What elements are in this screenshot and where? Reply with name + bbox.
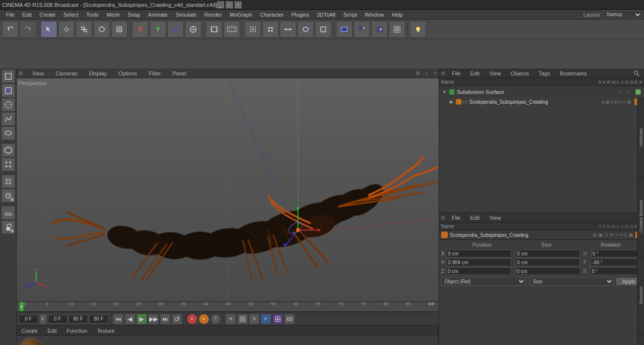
render-settings-button[interactable] [389,21,405,38]
coord-mode-select[interactable]: Object (Rel) World [441,277,526,286]
undo-button[interactable] [2,21,19,38]
rotation-h-input[interactable] [591,250,644,257]
menu-edit[interactable]: Edit [19,11,36,19]
mat-tab-texture[interactable]: Texture [94,327,117,335]
uv-mode-button[interactable] [315,21,332,38]
lt-floor-btn[interactable] [1,206,15,220]
vp-tab-view[interactable]: View [28,69,48,77]
z-axis-button[interactable]: Z [167,21,184,38]
side-label-attributes[interactable]: Attributes [638,98,644,177]
lt-lock-btn[interactable] [1,220,15,234]
mat-tab-function[interactable]: Function [64,327,90,335]
lt-material-btn[interactable] [1,98,15,112]
lt-point-btn[interactable] [1,158,15,171]
vp-tab-cameras[interactable]: Cameras [52,69,82,77]
menu-mograph[interactable]: MoGraph [226,11,256,19]
lt-snap-btn[interactable] [1,189,15,203]
om-tab-bookmarks[interactable]: Bookmarks [557,69,590,77]
menu-simulate[interactable]: Simulate [172,11,200,19]
point-mode-button[interactable] [262,21,279,38]
layout-select[interactable]: Startup Standard Animate [603,10,642,19]
light-button[interactable] [410,21,426,38]
menu-animate[interactable]: Animate [144,11,172,19]
edge-mode-button[interactable] [280,21,296,38]
menu-create[interactable]: Create [36,11,60,19]
select-tool-button[interactable] [41,21,57,38]
max-frame-input[interactable] [89,315,109,323]
anim-strip-button[interactable] [223,21,240,38]
menu-snap[interactable]: Snap [124,11,144,19]
autokey-button[interactable]: ● [199,314,209,324]
film-button[interactable] [206,21,222,38]
vp-close-icon[interactable]: × [434,70,437,76]
record-button[interactable]: ● [187,314,198,324]
menu-script[interactable]: Script [339,11,361,19]
prev-frame-button[interactable]: ◀ [125,314,135,324]
obj-expand-subdivision[interactable]: ▼ [442,90,447,94]
obj-row-subdivision[interactable]: ▼ Subdivision Surface ✓ ✓ [440,87,643,97]
move-tool-button[interactable] [58,21,75,38]
lt-polygon-btn[interactable] [1,143,15,157]
menu-window[interactable]: Window [361,11,388,19]
obj-expand-scolopendra[interactable]: ▶ [449,99,454,104]
maximize-button[interactable]: □ [226,1,233,8]
attr-tab-file[interactable]: File [449,214,464,222]
size-b-input[interactable] [515,267,580,275]
menu-3dtoall[interactable]: 3DToAll [313,11,339,19]
go-end-button[interactable]: ⏭ [160,314,171,324]
attr-tab-view[interactable]: View [487,214,504,222]
search-icon[interactable] [633,70,640,77]
menu-plugins[interactable]: Plugins [288,11,313,19]
rotation-b-input[interactable] [590,267,644,275]
side-label-layers[interactable]: Layers [638,335,644,345]
key-rotate-btn[interactable]: ↻ [249,314,260,324]
vp-tab-filter[interactable]: Filter [145,69,164,77]
obj-mode-button[interactable] [244,21,261,38]
lt-nurbs-btn[interactable] [1,112,15,126]
end-frame-input[interactable] [68,315,88,323]
menu-tools[interactable]: Tools [82,11,103,19]
mat-tab-edit[interactable]: Edit [44,327,60,335]
material-item[interactable]: Scoloper [19,338,43,345]
side-label-structure[interactable]: Structure [638,256,644,335]
size-h-input[interactable] [515,250,580,257]
om-tab-tags[interactable]: Tags [536,69,553,77]
attr-tab-edit[interactable]: Edit [467,214,483,222]
rotate-tool-button[interactable] [93,21,110,38]
position-y-input[interactable] [446,258,511,266]
key-param-btn[interactable]: P [261,314,271,324]
y-axis-button[interactable]: Y [150,21,166,38]
vp-tab-display[interactable]: Display [85,69,111,77]
size-p-input[interactable] [515,258,580,266]
help-button[interactable]: ? [210,314,221,324]
menu-file[interactable]: File [2,11,19,19]
play-button[interactable]: ▶ [136,314,147,324]
vp-expand-icon[interactable]: ⊞ [416,70,420,76]
vp-arrow-icon[interactable]: ↕ [425,70,428,76]
go-start-button[interactable]: ⏮ [113,314,124,324]
next-frame-button[interactable]: ▶▶ [148,314,159,324]
vp-tab-panel[interactable]: Panel [169,69,190,77]
position-x-input[interactable] [446,250,511,257]
om-tab-file[interactable]: File [449,69,464,77]
key-last-btn[interactable] [284,314,295,324]
om-tab-edit[interactable]: Edit [467,69,483,77]
close-button[interactable]: × [235,1,242,8]
lt-object-btn[interactable] [1,69,15,83]
menu-select[interactable]: Select [60,11,83,19]
world-space-button[interactable] [185,21,201,38]
position-z-input[interactable] [446,267,511,275]
poly-mode-button[interactable] [297,21,314,38]
lt-surface-btn[interactable] [1,84,15,97]
vp-tab-options[interactable]: Options [114,69,141,77]
minimize-button[interactable]: _ [217,1,224,8]
key-scale-btn[interactable] [237,314,248,324]
check-visible[interactable]: ✓ [617,89,623,95]
obj-row-scolopendra[interactable]: ▶ L0 Scolopendra_Subspinipes_Crawling ▤ … [440,97,643,107]
start-frame-input[interactable] [48,315,67,323]
redo-button[interactable] [20,21,36,38]
menu-character[interactable]: Character [256,11,288,19]
render-region-button[interactable] [336,21,353,38]
side-label-content-browser[interactable]: Content Browser [638,177,644,255]
om-tab-objects[interactable]: Objects [508,69,532,77]
